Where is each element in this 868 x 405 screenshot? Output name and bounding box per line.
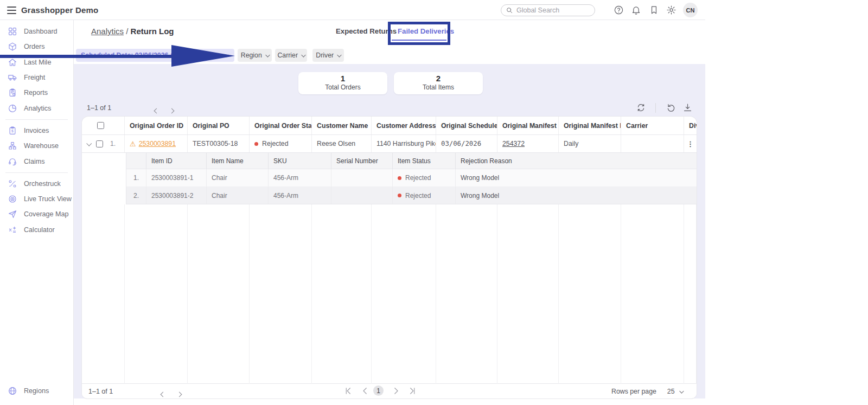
item-name-cell: Chair xyxy=(207,187,269,204)
customer-name-cell: Reese Olsen xyxy=(312,135,372,152)
return-log-table: Original Order ID Original PO Original O… xyxy=(82,117,697,398)
coverage-map-send-icon xyxy=(8,209,17,219)
item-column-header: Serial Number xyxy=(331,153,393,169)
chevron-down-icon xyxy=(679,389,684,393)
last-mile-home-icon xyxy=(8,57,17,67)
status-dot xyxy=(398,176,401,180)
reset-undo-icon[interactable] xyxy=(666,102,676,113)
warning-icon: ⚠ xyxy=(130,140,136,148)
download-icon[interactable] xyxy=(682,102,693,113)
rows-per-page-select[interactable]: 25 xyxy=(667,388,682,395)
item-name-cell: Chair xyxy=(207,169,269,187)
next-page-icon[interactable] xyxy=(391,386,401,396)
app-title: Grasshopper Demo xyxy=(21,5,98,15)
global-search-input[interactable] xyxy=(516,7,582,14)
date-expand-icon[interactable] xyxy=(224,53,228,57)
item-sku-cell: 456-Arm xyxy=(269,187,331,204)
status-dot xyxy=(398,194,401,197)
sidebar-item-live-truck-view[interactable]: Live Truck View xyxy=(0,191,73,207)
item-column-header: Item Status xyxy=(393,153,456,169)
manifest-id-link[interactable]: 254372 xyxy=(502,140,525,147)
sidebar-item-regions[interactable]: Regions xyxy=(0,383,74,398)
sidebar-item-analytics[interactable]: Analytics xyxy=(0,100,73,115)
invoices-icon: $ xyxy=(8,126,17,136)
chevron-down-icon xyxy=(302,53,306,57)
item-status-cell: Rejected xyxy=(393,169,456,187)
sidebar-item-freight[interactable]: Freight xyxy=(0,70,73,85)
sync-refresh-icon[interactable] xyxy=(636,102,646,113)
settings-gear-icon[interactable] xyxy=(666,5,676,15)
last-page-icon[interactable] xyxy=(407,386,417,396)
notifications-bell-icon[interactable] xyxy=(631,5,641,15)
global-search[interactable] xyxy=(501,4,595,16)
help-icon[interactable] xyxy=(614,5,624,15)
table-next-page-icon[interactable] xyxy=(170,105,174,115)
tab-failed-deliveries[interactable]: Failed Deliveries xyxy=(398,27,454,35)
column-header: Original PO xyxy=(188,117,250,134)
date-prev-icon[interactable] xyxy=(203,53,208,57)
select-all-checkbox[interactable] xyxy=(97,122,104,129)
claims-headset-icon xyxy=(8,157,17,166)
breadcrumb-analytics-link[interactable]: Analytics xyxy=(91,27,124,36)
row-checkbox[interactable] xyxy=(96,140,103,147)
bookmark-icon[interactable] xyxy=(649,5,659,15)
user-avatar[interactable]: CN xyxy=(683,3,698,17)
regions-globe-icon xyxy=(8,386,17,396)
order-id-link[interactable]: 2530003891 xyxy=(139,140,176,147)
sidebar-item-calculator[interactable]: Calculator xyxy=(0,222,73,237)
column-header: Original Scheduled Date xyxy=(436,117,497,134)
sidebar-item-reports[interactable]: Reports xyxy=(0,85,73,100)
total-items-value: 2 xyxy=(394,74,483,83)
sidebar-item-warehouse[interactable]: Warehouse xyxy=(0,138,73,153)
sidebar-item-orders[interactable]: Orders xyxy=(0,39,73,54)
item-column-header: Item ID xyxy=(146,153,207,169)
sidebar-item-dashboard[interactable]: Dashboard xyxy=(0,24,73,39)
collapse-row-icon[interactable] xyxy=(87,140,91,147)
calculator-icon xyxy=(8,225,17,235)
rejection-reason-cell: Wrong Model xyxy=(456,187,697,204)
footer-next-icon[interactable] xyxy=(177,389,181,398)
total-orders-label: Total Orders xyxy=(298,83,387,92)
hamburger-menu-icon[interactable] xyxy=(7,5,17,15)
total-orders-value: 1 xyxy=(298,74,387,83)
top-header: Grasshopper Demo CN xyxy=(0,0,705,20)
tab-expected-returns[interactable]: Expected Returns xyxy=(336,27,397,35)
original-po-cell: TEST00305-18 xyxy=(188,135,250,152)
region-filter[interactable]: Region xyxy=(238,49,272,62)
footer-prev-icon[interactable] xyxy=(161,389,165,398)
first-page-icon[interactable] xyxy=(343,386,353,396)
table-range-label: 1–1 of 1 xyxy=(87,104,111,112)
column-header: Original Order ID xyxy=(125,117,188,134)
item-status-cell: Rejected xyxy=(393,187,456,204)
item-id-cell: 2530003891-2 xyxy=(146,187,207,204)
toolbar-divider xyxy=(655,103,656,113)
carrier-filter[interactable]: Carrier xyxy=(275,49,307,62)
driver-filter[interactable]: Driver xyxy=(312,49,344,62)
rejection-reason-cell: Wrong Model xyxy=(456,169,697,187)
column-header: Carrier xyxy=(621,117,684,134)
table-prev-page-icon[interactable] xyxy=(155,105,158,115)
order-items-subtable: Item ID Item Name SKU Serial Number Item… xyxy=(126,153,697,204)
prev-page-icon[interactable] xyxy=(360,386,370,396)
dashboard-icon xyxy=(8,27,17,36)
item-row: 1. 2530003891-1 Chair 456-Arm Rejected W… xyxy=(126,169,697,187)
column-header: Original Order Status xyxy=(250,117,312,134)
item-column-header: Item Name xyxy=(207,153,269,169)
sidebar-item-last-mile[interactable]: Last Mile xyxy=(0,55,73,70)
sidebar-item-coverage-map[interactable]: Coverage Map xyxy=(0,207,73,222)
column-header: Customer Address xyxy=(372,117,436,134)
sidebar-item-orchestruck[interactable]: Orchestruck xyxy=(0,176,73,191)
sidebar-item-invoices[interactable]: $ Invoices xyxy=(0,123,73,138)
sidebar-item-claims[interactable]: Claims xyxy=(0,153,73,169)
empty-table-body xyxy=(82,204,697,384)
date-next-icon[interactable] xyxy=(214,53,218,57)
current-page-button[interactable]: 1 xyxy=(373,385,384,396)
row-menu-icon[interactable]: ⋮ xyxy=(687,140,694,147)
breadcrumb: Analytics / Return Log xyxy=(91,27,174,36)
footer-range-label: 1–1 of 1 xyxy=(88,388,113,395)
active-tab-underline xyxy=(392,40,446,41)
reports-clipboard-icon xyxy=(8,88,17,98)
scheduled-date-filter-chip[interactable]: Scheduled Date: 03/06/2026-03/06/2026 ⋮ xyxy=(76,49,234,62)
orchestruck-icon xyxy=(8,179,17,189)
item-serial-cell xyxy=(331,187,393,204)
